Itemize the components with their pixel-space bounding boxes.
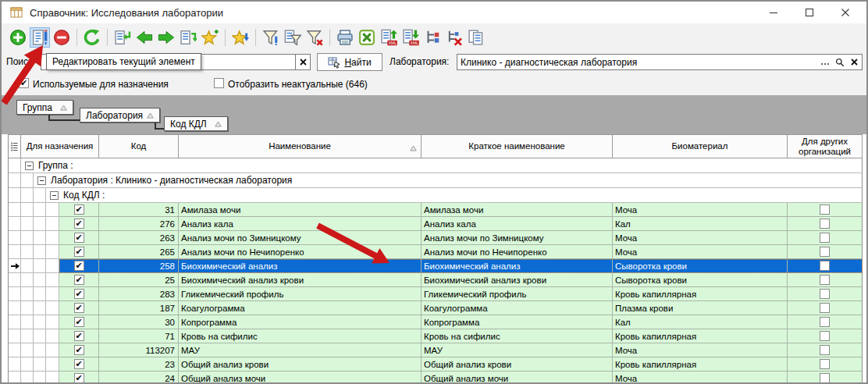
other-orgs-checkbox[interactable] [820,331,830,341]
cell-short-name[interactable]: МАУ [422,343,613,357]
other-orgs-checkbox[interactable] [820,261,830,271]
assignment-checkbox[interactable] [74,303,84,313]
assignment-checkbox[interactable] [74,261,84,271]
filter-list-button[interactable] [283,27,303,48]
table-row[interactable]: 71Кровь на сифилисКровь на сифилисКровь … [9,329,863,343]
cell-for-assignment[interactable] [59,231,99,245]
show-inactive-label[interactable]: Отобразить неактуальные (646) [228,79,368,90]
cell-other-orgs[interactable] [788,315,863,329]
cell-short-name[interactable]: Амилаза мочи [422,203,613,217]
cell-other-orgs[interactable] [788,301,863,315]
cell-code[interactable]: 30 [99,315,179,329]
cell-code[interactable]: 23 [99,357,179,372]
cell-biomaterial[interactable]: Сыворотка крови [613,273,788,287]
delete-button[interactable] [52,27,72,48]
group-row[interactable]: Лаборатория : Клинико - диагностическая … [9,173,863,188]
table-row[interactable]: 258Биохимический анализБиохимический ана… [9,259,863,273]
cell-biomaterial[interactable]: Кал [613,315,788,329]
table-row[interactable]: 276Анализ калаАнализ калаКал [9,217,863,231]
column-header-4[interactable]: Краткое наименование [422,134,613,158]
copy-button[interactable] [466,27,486,48]
filter-edit-button[interactable] [261,27,281,48]
cell-code[interactable]: 187 [99,301,179,315]
cell-for-assignment[interactable] [59,203,99,217]
cell-short-name[interactable]: Биохимический анализ крови [422,273,613,287]
cell-name[interactable]: Амилаза мочи [179,203,422,217]
cell-other-orgs[interactable] [788,259,863,273]
favorites-button[interactable] [230,27,251,48]
cell-short-name[interactable]: Гликемический профиль [422,287,613,301]
assignment-checkbox[interactable] [74,345,84,355]
cell-other-orgs[interactable] [788,357,863,372]
cell-code[interactable]: 258 [99,259,179,273]
group-row[interactable]: Группа : [9,158,863,173]
column-header-5[interactable]: Биоматериал [613,134,788,158]
table-row[interactable]: 31Амилаза мочиАмилаза мочиМоча [9,203,863,217]
cell-for-assignment[interactable] [59,259,99,273]
table-row[interactable]: 265Анализ мочи по НечипоренкоАнализ мочи… [9,245,863,259]
other-orgs-checkbox[interactable] [820,275,830,285]
show-inactive-checkbox[interactable] [214,78,224,88]
table-row[interactable]: 25Биохимический анализ кровиБиохимически… [9,273,863,287]
collapse-button[interactable] [25,162,34,170]
table-row[interactable]: 23Общий анализ кровиОбщий анализ кровиКр… [9,357,863,372]
assignment-checkbox[interactable] [74,204,84,215]
assignment-checkbox[interactable] [74,317,84,327]
other-orgs-checkbox[interactable] [820,345,830,355]
cell-other-orgs[interactable] [788,217,863,231]
find-button[interactable]: Найти [317,53,382,71]
cell-short-name[interactable]: Биохимический анализ [422,259,613,273]
cell-biomaterial[interactable]: Моча [613,231,788,245]
cell-short-name[interactable]: Анализ мочи по Нечипоренко [422,245,613,259]
cell-name[interactable]: Общий анализ крови [179,357,422,372]
excel-export-button[interactable] [357,27,377,48]
cell-other-orgs[interactable] [788,231,863,245]
cell-name[interactable]: Биохимический анализ крови [179,273,422,287]
group-row-content[interactable]: Код КДЛ : [46,188,863,203]
column-header-1[interactable]: Для назначения [21,134,99,158]
other-orgs-checkbox[interactable] [820,219,830,229]
cell-name[interactable]: Анализ мочи по Зимницкому [179,231,422,245]
cell-name[interactable]: Анализ кала [179,217,422,231]
used-for-assignment-checkbox[interactable] [19,78,29,88]
cell-short-name[interactable]: Кровь на сифилис [422,329,613,343]
cell-other-orgs[interactable] [788,287,863,301]
cell-other-orgs[interactable] [788,203,863,217]
cell-code[interactable]: 71 [99,329,179,343]
cell-short-name[interactable]: Копрограмма [422,315,613,329]
structure-clear-button[interactable] [444,27,464,48]
other-orgs-checkbox[interactable] [820,289,830,299]
cell-code[interactable]: 265 [99,245,179,259]
cell-other-orgs[interactable] [788,343,863,357]
cell-biomaterial[interactable]: Кал [613,217,788,231]
group-row-content[interactable]: Группа : [21,158,863,173]
cell-for-assignment[interactable] [59,343,99,357]
cell-short-name[interactable]: Анализ мочи по Зимницкому [422,231,613,245]
group-row-content[interactable]: Лаборатория : Клинико - диагностическая … [34,173,863,188]
structure-button[interactable] [422,27,443,48]
assignment-checkbox[interactable] [74,247,84,257]
cell-short-name[interactable]: Коагулограмма [422,301,613,315]
other-orgs-checkbox[interactable] [820,303,830,313]
goto-first-button[interactable] [112,27,133,48]
goto-last-button[interactable] [178,27,198,48]
cell-name[interactable]: Копрограмма [179,315,422,329]
table-row[interactable]: 30КопрограммаКопрограммаКал [9,315,863,329]
cell-name[interactable]: Анализ мочи по Нечипоренко [179,245,422,259]
prev-button[interactable] [134,27,155,48]
cell-for-assignment[interactable] [59,372,99,384]
magnifier-icon[interactable] [835,58,845,67]
xml-import-button[interactable]: XML [379,27,399,48]
cell-code[interactable]: 113207 [99,343,179,357]
cell-code[interactable]: 24 [99,372,179,384]
refresh-button[interactable] [82,27,102,48]
other-orgs-checkbox[interactable] [820,233,830,243]
cell-biomaterial[interactable]: Кровь капиллярная [613,329,788,343]
table-row[interactable]: 24Общий анализ мочиОбщий анализ мочиМоча [9,372,863,384]
group-row[interactable]: Код КДЛ : [9,188,863,203]
print-button[interactable] [335,27,355,48]
cell-for-assignment[interactable] [59,245,99,259]
other-orgs-checkbox[interactable] [820,359,830,369]
next-button[interactable] [156,27,176,48]
cell-biomaterial[interactable]: Моча [613,203,788,217]
